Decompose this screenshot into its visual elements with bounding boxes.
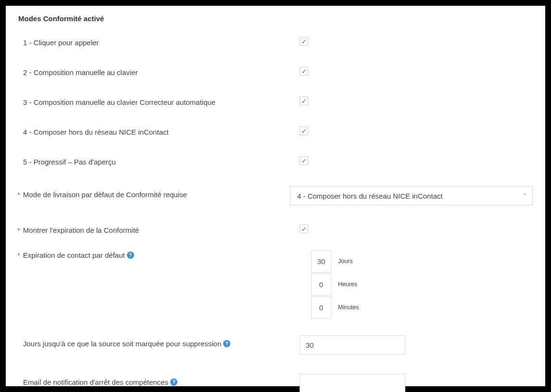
chevron-down-icon: ˅ — [523, 192, 526, 200]
settings-panel: Modes Conformité activé 1 - Cliquer pour… — [6, 6, 545, 386]
mode-checkbox-1[interactable]: ✓ — [300, 37, 308, 46]
show-expiration-checkbox[interactable]: ✓ — [300, 225, 308, 233]
default-delivery-row: * Mode de livraison par défaut de Confor… — [18, 186, 533, 205]
mode-row: 5 - Progressif – Pas d'aperçu ✓ — [18, 156, 533, 167]
show-expiration-label: Montrer l'expiration de la Conformité — [23, 226, 139, 234]
help-icon[interactable]: ? — [223, 340, 230, 347]
duration-stack: 30 Jours 0 Heures 0 Minutes — [311, 250, 359, 319]
mode-label: 4 - Composer hors du réseau NICE inConta… — [23, 128, 169, 136]
days-until-marked-label: Jours jusqu'à ce que la source soit marq… — [23, 340, 221, 348]
default-expiration-row: * Expiration de contact par défaut ? 30 … — [18, 250, 533, 319]
help-icon[interactable]: ? — [127, 252, 134, 259]
days-unit: Jours — [338, 258, 353, 265]
hours-unit: Heures — [338, 281, 357, 288]
mode-row: 1 - Cliquer pour appeler ✓ — [18, 37, 533, 48]
minutes-unit: Minutes — [338, 304, 359, 311]
default-delivery-select[interactable]: 4 - Composer hors du réseau NICE inConta… — [290, 186, 533, 205]
mode-row: 2 - Composition manuelle au clavier ✓ — [18, 67, 533, 77]
select-value: 4 - Composer hors du réseau NICE inConta… — [297, 192, 443, 200]
mode-label: 2 - Composition manuelle au clavier — [23, 68, 138, 76]
default-delivery-label: Mode de livraison par défaut de Conformi… — [23, 190, 187, 199]
mode-checkbox-2[interactable]: ✓ — [300, 67, 308, 76]
hours-input[interactable]: 0 — [311, 273, 331, 296]
days-until-marked-input[interactable] — [300, 335, 405, 354]
section-title: Modes Conformité activé — [18, 14, 533, 23]
mode-row: 3 - Composition manuelle au clavier Corr… — [18, 97, 533, 107]
minutes-input[interactable]: 0 — [311, 296, 331, 319]
help-icon[interactable]: ? — [170, 379, 177, 386]
days-until-marked-row: Jours jusqu'à ce que la source soit marq… — [18, 335, 533, 354]
show-expiration-row: * Montrer l'expiration de la Conformité … — [18, 225, 533, 235]
mode-label: 1 - Cliquer pour appeler — [23, 38, 99, 47]
stop-email-row: Email de notification d'arrêt des compét… — [18, 374, 533, 392]
stop-email-input[interactable] — [300, 374, 405, 392]
mode-label: 3 - Composition manuelle au clavier Corr… — [23, 98, 215, 106]
required-marker: * — [17, 251, 20, 259]
mode-row: 4 - Composer hors du réseau NICE inConta… — [18, 126, 533, 137]
required-marker: * — [17, 190, 20, 199]
required-marker: * — [17, 226, 20, 234]
default-expiration-label: Expiration de contact par défaut — [23, 251, 125, 259]
stop-email-label: Email de notification d'arrêt des compét… — [23, 378, 168, 386]
mode-checkbox-4[interactable]: ✓ — [300, 126, 308, 135]
mode-label: 5 - Progressif – Pas d'aperçu — [23, 158, 116, 166]
mode-checkbox-3[interactable]: ✓ — [300, 97, 308, 105]
days-input[interactable]: 30 — [311, 250, 331, 273]
mode-checkbox-5[interactable]: ✓ — [300, 156, 308, 165]
